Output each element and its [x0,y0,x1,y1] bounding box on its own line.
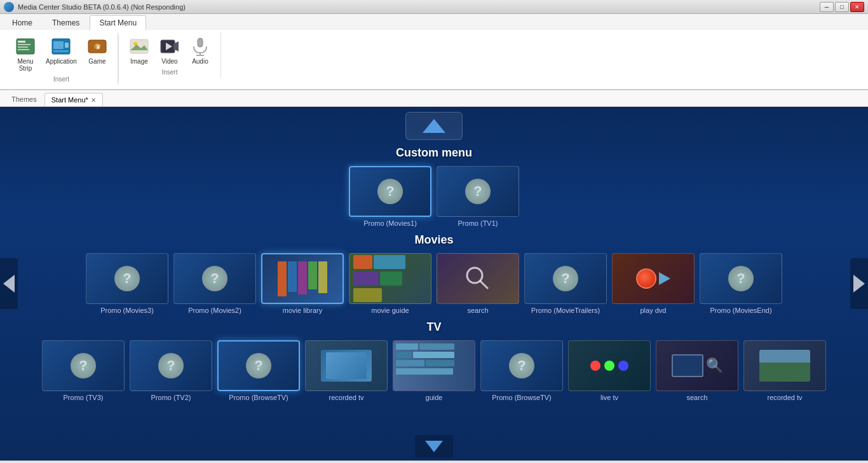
image-icon [129,36,149,57]
question-icon: ? [71,353,96,378]
tab-close-button[interactable]: ✕ [91,97,96,104]
books-visual [278,261,327,296]
image-label: Image [130,58,148,65]
ribbon-item-application[interactable]: Application [43,35,79,73]
nav-arrow-left[interactable] [0,258,18,309]
question-icon: ? [202,266,227,291]
nav-arrow-right[interactable] [850,258,868,309]
title-bar-left: Media Center Studio BETA (0.0.6.4) (Not … [4,2,186,12]
movie-library-visual [262,254,342,303]
tile-promo-movietrailers[interactable]: ? Promo (MovieTrailers) [524,253,607,314]
ribbon-content: MenuStrip Application [0,30,868,90]
tile-recorded-tv[interactable]: recorded tv [305,340,388,401]
ribbon-item-video[interactable]: Video [157,35,182,66]
application-icon [51,36,71,57]
tile-promo-browsetv[interactable]: ? Promo (BrowseTV) [217,340,300,401]
svg-rect-3 [18,46,28,48]
nav-arrow-down[interactable] [415,435,453,458]
tile-search-thumb [437,253,519,304]
guide-row-4 [396,368,472,375]
tile-promo-moviesend-thumb: ? [700,253,782,304]
question-icon: ? [465,179,491,204]
tile-recorded-tv2-label: recorded tv [767,394,802,401]
title-bar-text: Media Center Studio BETA (0.0.6.4) (Not … [18,3,186,11]
minimize-button[interactable]: ─ [820,2,834,12]
tile-promo-movies1-label: Promo (Movies1) [363,219,417,227]
svg-rect-7 [53,50,69,52]
tab-start-menu[interactable]: Start Menu [90,15,146,31]
tile-movie-library-label: movie library [283,307,322,314]
tab-start-menu-label: Start Menu* [51,96,88,104]
tile-promo-browsetv-thumb: ? [217,340,300,391]
search-tv-visual: 🔍 [656,341,738,390]
game-icon: ♛ [87,36,107,57]
tile-promo-tv2-thumb: ? [130,340,212,391]
tile-promo-moviesend[interactable]: ? Promo (MoviesEnd) [700,253,782,314]
dvd-disc [636,268,656,289]
question-icon: ? [377,179,403,204]
tile-promo-browsetv2[interactable]: ? Promo (BrowseTV) [480,340,563,401]
tile-search-tv[interactable]: 🔍 search [656,340,738,401]
question-icon: ? [158,353,184,378]
tile-promo-movies3-label: Promo (Movies3) [100,307,154,314]
close-button[interactable]: ✕ [850,2,864,12]
menu-strip-label: MenuStrip [17,58,33,72]
landscape-icon [759,350,810,382]
title-bar: Media Center Studio BETA (0.0.6.4) (Not … [0,0,868,14]
ribbon-item-image[interactable]: Image [126,35,152,66]
recorded-tv2-visual [744,341,825,390]
tile-promo-tv1-thumb: ? [437,166,519,217]
tile-movie-library[interactable]: movie library [261,253,344,314]
tile-promo-movies3-thumb: ? [86,253,168,304]
tile-recorded-tv-label: recorded tv [329,394,363,401]
tab-home[interactable]: Home [3,15,42,30]
tile-movie-guide[interactable]: movie guide [349,253,431,314]
tile-movie-guide-thumb [349,253,431,304]
tile-play-dvd[interactable]: play dvd [612,253,695,314]
tab-bar-start-menu[interactable]: Start Menu* ✕ [44,93,103,106]
custom-menu-title: Custom menu [25,146,843,160]
search-icon [462,263,494,294]
tile-promo-browsetv2-label: Promo (BrowseTV) [492,394,552,401]
audio-icon [190,36,210,57]
tile-promo-movies3[interactable]: ? Promo (Movies3) [86,253,168,314]
ribbon-group-items-2: Image Video [126,35,213,66]
guide-row-2 [396,352,472,358]
application-label: Application [46,58,77,65]
nav-arrow-up[interactable] [405,112,463,140]
tab-themes[interactable]: Themes [43,15,89,30]
tab-bar: Themes Start Menu* ✕ [0,90,868,107]
tile-promo-movies1-thumb: ? [349,166,431,217]
ribbon-tabs: Home Themes Start Menu [0,14,868,30]
tile-guide[interactable]: guide [393,340,475,401]
tile-live-tv[interactable]: live tv [568,340,651,401]
tile-recorded-tv2[interactable]: recorded tv [743,340,826,401]
tile-promo-movies2[interactable]: ? Promo (Movies2) [173,253,256,314]
ribbon-item-menu-strip[interactable]: MenuStrip [13,35,38,73]
tile-promo-tv3-thumb: ? [42,340,125,391]
tile-promo-movietrailers-label: Promo (MovieTrailers) [531,307,600,314]
ribbon-item-audio[interactable]: Audio [187,35,213,66]
tile-guide-label: guide [426,394,443,401]
tile-search[interactable]: search [437,253,519,314]
question-icon: ? [509,353,534,378]
tile-live-tv-label: live tv [600,394,618,401]
title-bar-controls[interactable]: ─ □ ✕ [820,2,864,12]
video-label: Video [161,58,177,65]
tile-promo-tv2[interactable]: ? Promo (TV2) [130,340,212,401]
monitor-icon [672,354,703,377]
svg-rect-12 [130,39,148,53]
tile-promo-movies2-label: Promo (Movies2) [188,307,241,314]
tile-play-dvd-label: play dvd [641,307,667,314]
tile-promo-tv3[interactable]: ? Promo (TV3) [42,340,125,401]
video-icon [159,36,180,57]
ribbon-item-game[interactable]: ♛ Game [85,35,110,73]
maximize-button[interactable]: □ [835,2,849,12]
tile-promo-tv1[interactable]: ? Promo (TV1) [437,166,519,227]
tile-promo-movies2-thumb: ? [173,253,256,304]
tile-recorded-tv-thumb [305,340,388,391]
guide-row-1 [396,343,472,350]
tile-live-tv-thumb [568,340,651,391]
tile-promo-movies1[interactable]: ? Promo (Movies1) [349,166,431,227]
tab-bar-themes[interactable]: Themes [5,93,43,106]
